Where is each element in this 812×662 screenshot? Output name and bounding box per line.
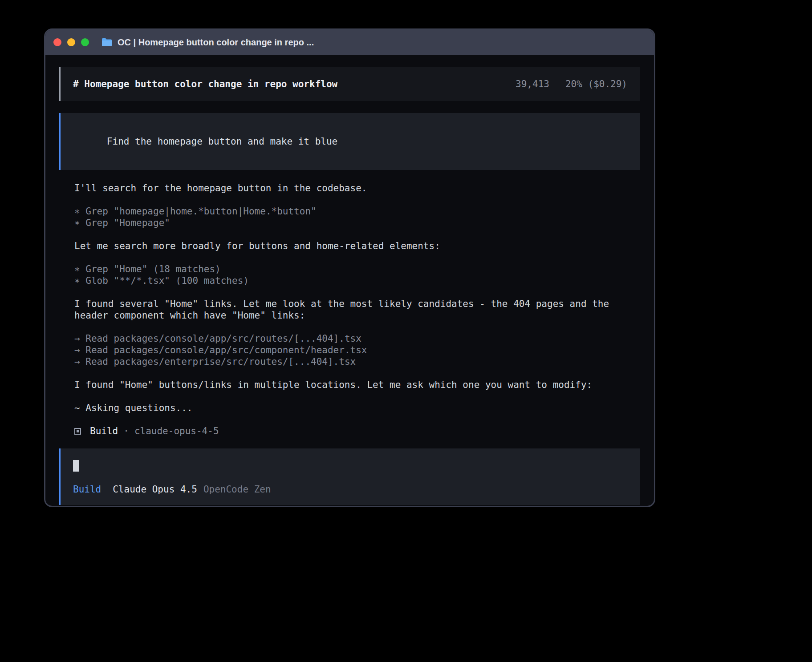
provider-label: OpenCode Zen bbox=[203, 484, 271, 495]
transcript-line-tool: → Read packages/enterprise/src/routes/[.… bbox=[74, 356, 640, 367]
user-message: Find the homepage button and make it blu… bbox=[59, 113, 640, 170]
transcript-line-blank bbox=[74, 194, 640, 206]
text-content: I'll search for the homepage button in t… bbox=[74, 183, 367, 194]
status-content: Asking questions... bbox=[85, 403, 192, 413]
text-content: I found "Home" buttons/links in multiple… bbox=[74, 379, 592, 390]
text-content: I found several "Home" links. Let me loo… bbox=[74, 299, 615, 321]
agent-mode-label[interactable]: Build bbox=[73, 484, 101, 495]
transcript-line-text: I found "Home" buttons/links in multiple… bbox=[74, 379, 640, 391]
tool-bullet-icon: ∗ bbox=[74, 275, 85, 286]
agent-icon-dot bbox=[77, 430, 79, 432]
agent-model-id: claude-opus-4-5 bbox=[134, 425, 219, 437]
text-cursor bbox=[73, 460, 79, 472]
tool-arrow-icon: → bbox=[74, 333, 85, 344]
prompt-input[interactable]: Build Claude Opus 4.5 OpenCode Zen bbox=[59, 448, 640, 505]
transcript-line-tool: → Read packages/console/app/src/componen… bbox=[74, 344, 640, 356]
tool-bullet-icon: ∗ bbox=[74, 218, 85, 228]
tool-arrow-icon: → bbox=[74, 345, 85, 355]
tool-content: Grep "Home" (18 matches) bbox=[85, 264, 220, 274]
transcript-line-status: ~ Asking questions... bbox=[74, 402, 640, 414]
transcript-line-tool: ∗ Grep "Home" (18 matches) bbox=[74, 263, 640, 275]
zoom-button[interactable] bbox=[81, 38, 89, 46]
transcript-line-blank bbox=[74, 367, 640, 379]
transcript-line-tool: ∗ Grep "Homepage" bbox=[74, 217, 640, 229]
window-controls bbox=[53, 38, 89, 46]
tool-content: Grep "Homepage" bbox=[85, 218, 170, 228]
separator-dot: · bbox=[123, 425, 129, 437]
session-title: # Homepage button color change in repo w… bbox=[73, 78, 337, 90]
context-usage: 20% ($0.29) bbox=[565, 78, 627, 90]
input-status-bar: Build Claude Opus 4.5 OpenCode Zen bbox=[73, 484, 627, 495]
transcript-line-blank bbox=[74, 252, 640, 263]
tool-bullet-icon: ∗ bbox=[74, 264, 85, 274]
text-content: Let me search more broadly for buttons a… bbox=[74, 241, 440, 251]
session-view: # Homepage button color change in repo w… bbox=[45, 55, 654, 507]
transcript-line-tool: ∗ Glob "**/*.tsx" (100 matches) bbox=[74, 275, 640, 287]
tool-content: Read packages/console/app/src/routes/[..… bbox=[85, 333, 361, 344]
transcript-line-text: I'll search for the homepage button in t… bbox=[74, 182, 640, 194]
transcript-line-agent: Build·claude-opus-4-5 bbox=[74, 425, 640, 437]
transcript-line-blank bbox=[74, 391, 640, 402]
agent-icon bbox=[74, 428, 81, 435]
user-message-text: Find the homepage button and make it blu… bbox=[107, 136, 337, 147]
token-count: 39,413 bbox=[516, 78, 549, 90]
terminal-window: OC | Homepage button color change in rep… bbox=[44, 28, 655, 507]
session-stats: 39,413 20% ($0.29) bbox=[516, 78, 627, 90]
tool-content: Read packages/console/app/src/component/… bbox=[85, 345, 367, 355]
tool-content: Grep "homepage|home.*button|Home.*button… bbox=[85, 206, 316, 217]
session-header: # Homepage button color change in repo w… bbox=[59, 67, 640, 101]
model-label[interactable]: Claude Opus 4.5 bbox=[113, 484, 197, 495]
tool-bullet-icon: ∗ bbox=[74, 206, 85, 217]
assistant-transcript: I'll search for the homepage button in t… bbox=[59, 182, 640, 437]
minimize-button[interactable] bbox=[67, 38, 75, 46]
status-spinner-glyph: ~ bbox=[74, 403, 85, 413]
transcript-line-blank bbox=[74, 287, 640, 298]
agent-name: Build bbox=[90, 425, 118, 437]
window-title: OC | Homepage button color change in rep… bbox=[118, 37, 314, 48]
tool-content: Glob "**/*.tsx" (100 matches) bbox=[85, 275, 249, 286]
transcript-line-tool: → Read packages/console/app/src/routes/[… bbox=[74, 333, 640, 344]
window-titlebar[interactable]: OC | Homepage button color change in rep… bbox=[45, 30, 654, 55]
transcript-line-tool: ∗ Grep "homepage|home.*button|Home.*butt… bbox=[74, 206, 640, 217]
transcript-line-blank bbox=[74, 321, 640, 333]
tool-content: Read packages/enterprise/src/routes/[...… bbox=[85, 356, 356, 367]
transcript-line-blank bbox=[74, 229, 640, 240]
close-button[interactable] bbox=[53, 38, 61, 46]
tool-arrow-icon: → bbox=[74, 356, 85, 367]
transcript-line-text: Let me search more broadly for buttons a… bbox=[74, 240, 640, 252]
transcript-line-blank bbox=[74, 414, 640, 425]
transcript-line-text: I found several "Home" links. Let me loo… bbox=[74, 298, 640, 321]
folder-icon bbox=[102, 38, 112, 47]
